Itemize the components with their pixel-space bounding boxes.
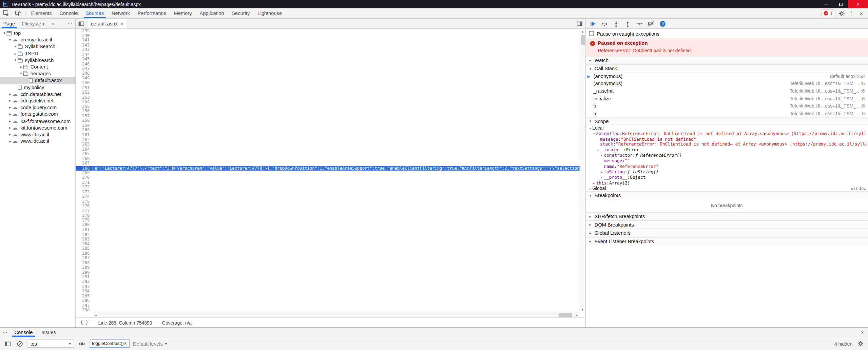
line-text[interactable] <box>93 48 585 53</box>
line-text[interactable]: e":"Lecturer;4777"},{"text":"J.M Verschu… <box>93 166 585 171</box>
console-filter-input[interactable]: toggleContrast() ⊗ <box>90 339 130 348</box>
code-line[interactable]: 289 <box>76 266 585 270</box>
code-line[interactable]: 255 <box>76 104 585 109</box>
pause-on-exceptions-button[interactable] <box>658 19 668 28</box>
log-levels-select[interactable]: Default levels ▼ <box>133 341 168 346</box>
scope-row[interactable]: ▸ this : Array(2) <box>586 180 868 186</box>
line-text[interactable] <box>93 138 585 142</box>
resume-button[interactable] <box>588 19 598 28</box>
navigator-tab[interactable]: Filesystem <box>18 19 49 28</box>
code-line[interactable]: 263 <box>76 142 585 147</box>
tree-item[interactable]: ▸ SyllabiSearch <box>0 43 75 50</box>
scope-row[interactable]: message : "" <box>586 158 868 164</box>
code-line[interactable]: 266 <box>76 157 585 161</box>
code-line[interactable]: 296 <box>76 298 585 303</box>
line-number[interactable]: 263 <box>76 142 93 147</box>
line-text[interactable] <box>93 194 585 199</box>
line-text[interactable] <box>93 119 585 123</box>
code-line[interactable]: 284 <box>76 242 585 247</box>
code-line[interactable]: 246 <box>76 62 585 67</box>
code-line[interactable]: 261 <box>76 133 585 138</box>
line-text[interactable] <box>93 275 585 280</box>
call-stack-frame[interactable]: (anonymous) default.aspx:268 <box>586 73 868 80</box>
code-line[interactable]: 292 <box>76 280 585 285</box>
line-number[interactable]: 298 <box>76 308 93 313</box>
code-line[interactable]: 281 <box>76 228 585 232</box>
code-line[interactable]: 279 <box>76 218 585 223</box>
tree-item[interactable]: ▾ premy.idc.ac.il <box>0 37 75 43</box>
line-text[interactable] <box>93 266 585 270</box>
line-text[interactable] <box>93 190 585 194</box>
line-text[interactable] <box>93 228 585 232</box>
line-text[interactable] <box>93 57 585 62</box>
tree-item[interactable]: ▸ kit.fontawesome.com <box>0 124 75 131</box>
line-text[interactable] <box>93 204 585 209</box>
line-text[interactable] <box>93 209 585 213</box>
frame-context-select[interactable]: top ▼ <box>28 339 74 348</box>
minimize-button[interactable] <box>818 0 833 8</box>
code-line[interactable]: 264 <box>76 147 585 152</box>
scope-row[interactable]: ▾ Exception : ReferenceError: OnClientLo… <box>586 131 868 136</box>
panel-tab[interactable]: Application <box>196 8 228 18</box>
panel-tab[interactable]: Sources <box>82 8 108 18</box>
watch-section-header[interactable]: Watch <box>586 56 868 64</box>
device-toolbar-button[interactable] <box>12 8 24 18</box>
navigator-more-button[interactable]: ⋯ <box>65 19 75 28</box>
code-line[interactable]: 258 <box>76 119 585 123</box>
code-line[interactable]: 290 <box>76 270 585 275</box>
horizontal-scroll-thumb[interactable] <box>559 313 572 317</box>
code-line[interactable]: 252 <box>76 90 585 95</box>
line-text[interactable] <box>93 43 585 48</box>
tree-item[interactable]: ▾ he/pages <box>0 71 75 77</box>
line-text[interactable] <box>93 298 585 303</box>
tree-item[interactable]: ▸ code.jquery.com <box>0 104 75 111</box>
panel-tab[interactable]: Security <box>228 8 254 18</box>
code-line[interactable]: 259 <box>76 123 585 128</box>
scope-row[interactable]: message : "OnClientLoad is not defined" <box>586 136 868 142</box>
line-text[interactable] <box>93 294 585 299</box>
step-out-button[interactable] <box>623 19 633 28</box>
breakpoint-section-header[interactable]: XHR/fetch Breakpoints <box>586 212 868 220</box>
breakpoint-section-header[interactable]: Global Listeners <box>586 229 868 237</box>
clear-filter-icon[interactable]: ⊗ <box>124 341 128 346</box>
line-text[interactable] <box>93 157 585 161</box>
scroll-right-icon[interactable]: ► <box>574 312 579 317</box>
line-text[interactable] <box>93 62 585 67</box>
line-number[interactable]: 241 <box>76 38 93 43</box>
maximize-button[interactable] <box>833 0 848 8</box>
line-text[interactable] <box>93 95 585 100</box>
toggle-debugger-sidebar-button[interactable] <box>574 19 585 28</box>
line-text[interactable] <box>93 100 585 104</box>
code-line[interactable]: 294 <box>76 289 585 294</box>
scope-row[interactable]: stack : "ReferenceError: OnClientLoad is… <box>586 142 868 147</box>
code-line[interactable]: 253 <box>76 95 585 100</box>
line-text[interactable] <box>93 171 585 176</box>
scope-row[interactable]: name : "ReferenceError" <box>586 164 868 169</box>
horizontal-scrollbar[interactable]: ◄ ► <box>93 312 580 317</box>
tree-item[interactable]: ▸ ka-f.fontawesome.com <box>0 118 75 124</box>
tree-item[interactable]: ▸ fonts.gstatic.com <box>0 111 75 118</box>
scope-row[interactable]: ▾ __proto__ : Error <box>586 147 868 153</box>
navigator-tab[interactable]: » <box>49 19 58 28</box>
error-count-badge[interactable]: × 1 <box>821 9 835 17</box>
drawer-more-button[interactable]: ⋯ <box>0 328 10 337</box>
close-window-button[interactable]: × <box>848 0 868 8</box>
line-text[interactable] <box>93 237 585 242</box>
code-line[interactable]: 243 <box>76 48 585 53</box>
line-text[interactable] <box>93 270 585 275</box>
live-expression-button[interactable] <box>77 340 86 347</box>
code-area[interactable]: 2392402412422432442452462472482492502512… <box>76 29 585 317</box>
line-number[interactable]: 250 <box>76 81 93 85</box>
line-text[interactable] <box>93 38 585 43</box>
line-text[interactable] <box>93 109 585 114</box>
editor-tab[interactable]: default.aspx × <box>87 19 127 28</box>
line-text[interactable] <box>93 213 585 218</box>
code-line[interactable]: 262 <box>76 138 585 142</box>
code-line[interactable]: 285 <box>76 247 585 251</box>
code-line[interactable]: 272 <box>76 185 585 190</box>
line-text[interactable] <box>93 34 585 38</box>
console-settings-button[interactable] <box>856 341 865 347</box>
line-text[interactable] <box>93 67 585 72</box>
code-line[interactable]: 257 <box>76 114 585 119</box>
tree-item[interactable]: ▸ TSPD <box>0 50 75 57</box>
